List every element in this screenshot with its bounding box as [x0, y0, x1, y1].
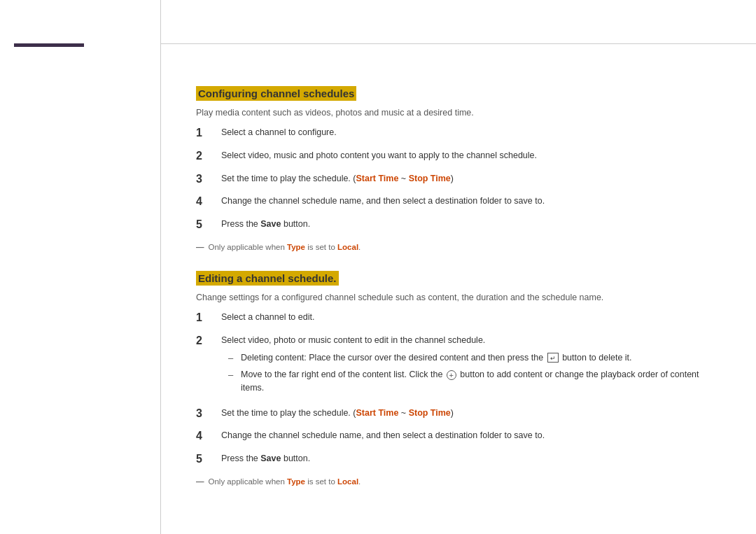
local-bold-2: Local	[337, 477, 358, 486]
main-content: Configuring channel schedules Play media…	[161, 43, 756, 534]
step1-3-text: Set the time to play the schedule. (Star…	[221, 172, 454, 185]
stop-time-1: Stop Time	[409, 174, 451, 183]
step1-4: 4 Change the channel schedule name, and …	[196, 195, 721, 209]
step2-2: 2 Select video, photo or music content t…	[196, 334, 721, 398]
stop-time-2: Stop Time	[409, 408, 451, 418]
section1-note: ― Only applicable when Type is set to Lo…	[196, 243, 721, 251]
sub-bullet-add: – Move to the far right end of the conte…	[228, 368, 721, 395]
type-bold-1: Type	[287, 243, 305, 251]
step2-3-text: Set the time to play the schedule. (Star…	[221, 407, 454, 420]
step2-2-text: Select video, photo or music content to …	[221, 334, 721, 398]
section2-note: ― Only applicable when Type is set to Lo…	[196, 477, 721, 486]
step2-1: 1 Select a channel to edit.	[196, 311, 721, 325]
save-bold-2: Save	[260, 454, 281, 463]
step2-3: 3 Set the time to play the schedule. (St…	[196, 407, 721, 421]
page-container: Configuring channel schedules Play media…	[0, 0, 756, 534]
section-configuring: Configuring channel schedules Play media…	[196, 86, 721, 251]
left-sidebar	[0, 0, 161, 534]
local-bold-1: Local	[337, 243, 358, 251]
step2-5: 5 Press the Save button.	[196, 452, 721, 467]
section-editing: Editing a channel schedule. Change setti…	[196, 271, 721, 486]
step2-4-text: Change the channel schedule name, and th…	[221, 429, 545, 442]
step1-3: 3 Set the time to play the schedule. (St…	[196, 172, 721, 187]
plus-icon: +	[447, 370, 456, 380]
start-time-2: Start Time	[356, 408, 398, 418]
sub-bullet-delete: – Deleting content: Place the cursor ove…	[228, 351, 721, 365]
step1-2: 2 Select video, music and photo content …	[196, 149, 721, 164]
section2-title-wrapper: Editing a channel schedule.	[196, 271, 721, 286]
section2-title: Editing a channel schedule.	[196, 271, 339, 286]
sub-bullets: – Deleting content: Place the cursor ove…	[228, 351, 721, 395]
sidebar-bar	[14, 43, 84, 47]
step1-1-text: Select a channel to configure.	[221, 126, 337, 139]
section1-subtitle: Play media content such as videos, photo…	[196, 108, 721, 118]
section1-title-wrapper: Configuring channel schedules	[196, 86, 721, 101]
start-time-1: Start Time	[356, 174, 398, 183]
section1-steps: 1 Select a channel to configure. 2 Selec…	[196, 126, 721, 232]
step2-4: 4 Change the channel schedule name, and …	[196, 429, 721, 444]
save-bold-1: Save	[260, 219, 281, 229]
step1-1: 1 Select a channel to configure.	[196, 126, 721, 141]
step1-2-text: Select video, music and photo content yo…	[221, 149, 537, 162]
step2-5-text: Press the Save button.	[221, 452, 310, 465]
step1-5-text: Press the Save button.	[221, 218, 310, 231]
step1-5: 5 Press the Save button.	[196, 218, 721, 232]
section2-steps: 1 Select a channel to edit. 2 Select vid…	[196, 311, 721, 467]
section2-subtitle: Change settings for a configured channel…	[196, 293, 721, 302]
step1-4-text: Change the channel schedule name, and th…	[221, 195, 545, 208]
type-bold-2: Type	[287, 477, 305, 486]
delete-icon: ↵	[547, 353, 559, 363]
step2-1-text: Select a channel to edit.	[221, 311, 314, 324]
section1-title: Configuring channel schedules	[196, 86, 356, 101]
